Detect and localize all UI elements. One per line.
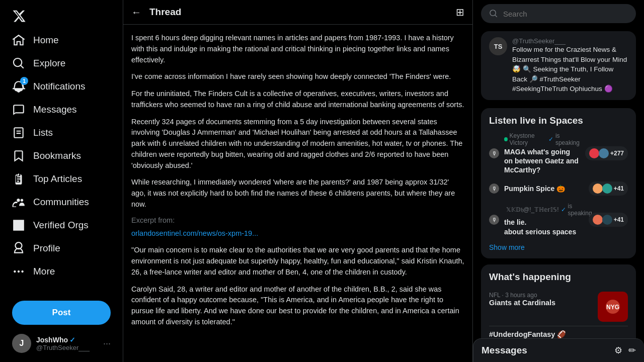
notifications-badge: 1 <box>20 77 28 85</box>
spaces-card: Listen live in Spaces 🎙 Keystone Victory… <box>481 108 636 258</box>
avatar: J <box>12 334 31 353</box>
sidebar-item-notifications-label: Notifications <box>33 81 86 92</box>
bookmarks-icon <box>12 149 25 162</box>
home-icon <box>12 34 25 47</box>
communities-icon <box>12 196 25 209</box>
trend-nfl-image: NYG <box>598 292 628 322</box>
trend-nfl-name: Giants at Cardinals <box>489 299 593 307</box>
explore-icon <box>12 57 25 70</box>
sidebar-item-communities[interactable]: Communities <box>6 191 117 214</box>
excerpt-label: Excerpt from: <box>131 216 464 224</box>
lists-icon <box>12 126 25 139</box>
search-icon <box>489 9 498 18</box>
sidebar-item-lists-label: Lists <box>33 127 53 138</box>
svg-text:NYG: NYG <box>606 304 619 311</box>
messages-panel-label: Messages <box>481 345 527 356</box>
verified-space-icon-3: ✓ <box>561 206 566 213</box>
left-sidebar: Home Explore 1 Notifications Messages <box>0 0 123 362</box>
verified-icon: ✓ <box>69 336 75 344</box>
sidebar-item-profile-label: Profile <box>33 243 60 254</box>
messages-icon <box>12 103 25 116</box>
trend-promoted-name: #UnderdogFantasy 🏈 <box>489 330 628 339</box>
spaces-title: Listen live in Spaces <box>489 115 628 126</box>
top-articles-icon <box>12 172 25 186</box>
space-item-icon-1: 🎙 <box>489 148 499 158</box>
user-profile-row[interactable]: J JoshWho ✓ @TruthSeeker___ ··· <box>6 329 117 358</box>
space-info-3: 𝕏𝕂𝔻𝔥@!_𝕋ℍ𝕖𝕣𝕀𝕊! ✓ is speaking the lie.abo… <box>504 203 584 236</box>
sidebar-item-communities-label: Communities <box>33 197 89 208</box>
user-handle: @TruthSeeker___ <box>36 344 98 351</box>
happening-title: What's happening <box>489 272 628 283</box>
space-item-1[interactable]: 🎙 Keystone Victory ✓ is speaking MAGA wh… <box>489 132 628 175</box>
sidebar-item-home-label: Home <box>33 35 59 46</box>
sidebar-item-messages[interactable]: Messages <box>6 98 117 121</box>
space-avatars-3: +41 <box>589 213 628 227</box>
space-item-icon-3: 🎙 <box>489 215 499 225</box>
truthseeker-profile-card: TS @TruthSeeker___ Follow me for the Cra… <box>481 31 636 100</box>
trend-nfl-category: NFL · 3 hours ago <box>489 292 593 299</box>
thread-para-5: While researching, I immediately wondere… <box>131 177 464 210</box>
messages-compose-icon[interactable]: ✏ <box>628 345 636 356</box>
sidebar-item-notifications[interactable]: 1 Notifications <box>6 75 117 98</box>
main-nav: Home Explore 1 Notifications Messages <box>6 29 117 293</box>
truthseeker-avatar: TS <box>489 37 507 55</box>
sidebar-item-verified-orgs[interactable]: Verified Orgs <box>6 214 117 237</box>
profile-icon <box>12 242 25 255</box>
space-info-2: Pumpkin Spice 🎃 <box>504 184 584 193</box>
user-names: JoshWho ✓ @TruthSeeker___ <box>36 336 98 351</box>
sidebar-item-bookmarks-label: Bookmarks <box>33 150 81 161</box>
show-more-spaces[interactable]: Show more <box>489 243 628 251</box>
verified-orgs-icon <box>12 219 25 232</box>
sidebar-item-explore[interactable]: Explore <box>6 52 117 75</box>
sidebar-item-verified-orgs-label: Verified Orgs <box>33 220 89 231</box>
sidebar-item-more-label: More <box>33 266 55 277</box>
truthseeker-handle: @TruthSeeker___ <box>512 37 628 45</box>
thread-header: ← Thread ⊞ <box>123 0 472 25</box>
thread-body: I spent 6 hours deep digging relevant na… <box>123 25 472 342</box>
more-icon <box>12 265 25 278</box>
messages-icons: ⚙ ✏ <box>614 345 636 356</box>
user-menu-dots[interactable]: ··· <box>103 338 111 349</box>
thread-title: Thread <box>149 7 181 18</box>
space-status-1: Keystone Victory ✓ is speaking <box>504 132 580 146</box>
thread-para-2: I've come across information I have rare… <box>131 71 464 82</box>
space-item-2[interactable]: 🎙 Pumpkin Spice 🎃 +41 <box>489 182 628 196</box>
sidebar-item-more[interactable]: More <box>6 260 117 283</box>
messages-settings-icon[interactable]: ⚙ <box>614 345 622 356</box>
trend-nfl-info: NFL · 3 hours ago Giants at Cardinals <box>489 292 593 307</box>
space-name-3: the lie.about serious spaces <box>504 218 584 236</box>
verified-space-icon: ✓ <box>548 136 553 143</box>
trend-nfl[interactable]: NFL · 3 hours ago Giants at Cardinals NY… <box>489 288 628 326</box>
thread-para-1: I spent 6 hours deep digging relevant na… <box>131 33 464 65</box>
right-sidebar: TS @TruthSeeker___ Follow me for the Cra… <box>473 0 644 362</box>
space-avatars-2: +41 <box>589 182 628 196</box>
space-item-3[interactable]: 🎙 𝕏𝕂𝔻𝔥@!_𝕋ℍ𝕖𝕣𝕀𝕊! ✓ is speaking the lie.a… <box>489 203 628 236</box>
sidebar-item-messages-label: Messages <box>33 104 77 115</box>
space-info-1: Keystone Victory ✓ is speaking MAGA what… <box>504 132 580 175</box>
sidebar-item-profile[interactable]: Profile <box>6 237 117 260</box>
thread-quote-1: "Our main concern is to make clear to th… <box>131 245 464 278</box>
thread-link[interactable]: orlandosentinel.com/news/os-xpm-19... <box>131 228 464 239</box>
messages-panel: Messages ⚙ ✏ <box>473 338 644 362</box>
space-status-3: 𝕏𝕂𝔻𝔥@!_𝕋ℍ𝕖𝕣𝕀𝕊! ✓ is speaking <box>504 203 584 217</box>
post-button[interactable]: Post <box>12 301 111 325</box>
thread-options-icon[interactable]: ⊞ <box>456 6 464 18</box>
space-name-1: MAGA what's going on between Gaetz and M… <box>504 147 580 175</box>
sidebar-item-explore-label: Explore <box>33 58 65 69</box>
thread-quote-2: Carolyn Said, 28, a writer and editor an… <box>131 284 464 328</box>
search-input[interactable] <box>503 10 628 18</box>
space-name-2: Pumpkin Spice 🎃 <box>504 184 584 193</box>
back-button[interactable]: ← <box>131 7 141 18</box>
sidebar-item-top-articles[interactable]: Top Articles <box>6 167 117 191</box>
sidebar-item-bookmarks[interactable]: Bookmarks <box>6 144 117 167</box>
sidebar-item-top-articles-label: Top Articles <box>33 173 82 185</box>
truthseeker-description: Follow me for the Craziest News & Bizarr… <box>512 45 628 94</box>
search-bar[interactable] <box>481 4 636 23</box>
app-logo[interactable] <box>6 4 117 27</box>
user-display-name: JoshWho ✓ <box>36 336 98 344</box>
thread-panel: ← Thread ⊞ I spent 6 hours deep digging … <box>123 0 473 362</box>
sidebar-item-lists[interactable]: Lists <box>6 121 117 144</box>
thread-para-3: For the uninitiated, The Finders Cult is… <box>131 88 464 111</box>
sidebar-item-home[interactable]: Home <box>6 29 117 52</box>
space-item-icon-2: 🎙 <box>489 184 499 194</box>
